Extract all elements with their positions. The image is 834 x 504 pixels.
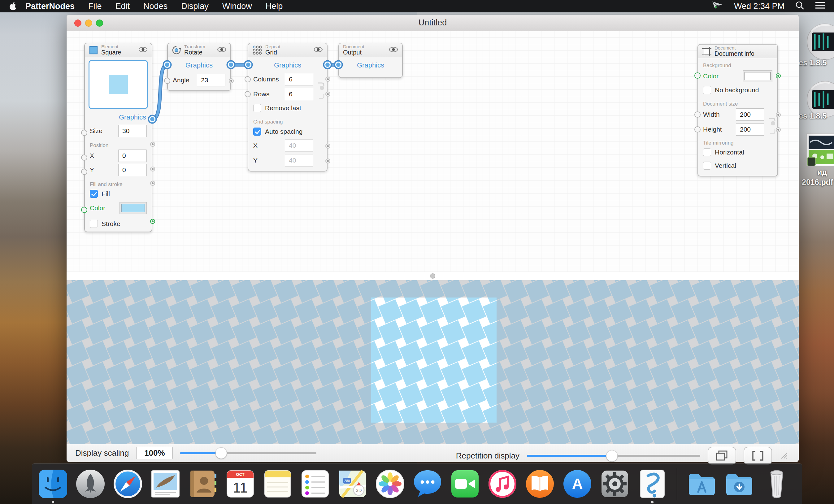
node-rotate[interactable]: TransformRotate Graphics Angle — [167, 43, 231, 91]
dock-downloads-folder-icon[interactable] — [724, 468, 755, 499]
vertical-checkbox[interactable] — [703, 161, 711, 170]
rows-input[interactable] — [285, 88, 313, 100]
y-output-port[interactable] — [151, 181, 154, 185]
menu-window[interactable]: Window — [222, 2, 252, 11]
menu-edit[interactable]: Edit — [115, 2, 130, 11]
desktop-app-label[interactable]: es 1.8.5 — [799, 58, 827, 67]
height-input[interactable] — [736, 123, 764, 136]
width-output-port[interactable] — [776, 113, 780, 117]
spotlight-icon[interactable] — [795, 1, 804, 12]
dock-patternodes-icon[interactable] — [637, 468, 668, 499]
background-color-swatch[interactable] — [743, 70, 772, 82]
dock-maps-icon[interactable]: 2803D — [337, 468, 368, 499]
dock-app-store-icon[interactable]: A — [562, 468, 593, 499]
node-square[interactable]: ElementSquare Graphics Size Position X Y… — [84, 43, 152, 232]
eye-icon[interactable] — [138, 46, 148, 54]
no-background-checkbox[interactable] — [703, 86, 711, 94]
dock-notes-icon[interactable] — [262, 468, 293, 499]
background-color-output-port[interactable] — [776, 74, 780, 78]
eye-icon[interactable] — [314, 46, 323, 54]
angle-input-port[interactable] — [164, 78, 170, 84]
display-scaling-slider[interactable] — [180, 447, 316, 459]
horizontal-checkbox[interactable] — [703, 148, 711, 156]
background-color-input-port[interactable] — [695, 72, 701, 79]
rows-input-port[interactable] — [245, 91, 251, 97]
node-grid[interactable]: RepeatGrid Graphics Columns Rows Remove … — [248, 43, 328, 172]
x-input[interactable] — [118, 150, 147, 162]
angle-output-port[interactable] — [229, 79, 233, 83]
color-input-port[interactable] — [81, 207, 87, 213]
dock-trash-icon[interactable] — [761, 468, 792, 499]
remove-last-checkbox[interactable] — [253, 104, 261, 112]
menu-nodes[interactable]: Nodes — [143, 2, 168, 11]
node-output[interactable]: DocumentOutput Graphics — [338, 43, 403, 78]
desktop-pdf-label-line2[interactable]: 2016.pdf — [802, 178, 833, 187]
desktop-pdf-label-line1[interactable]: ид — [817, 168, 827, 177]
desktop-app-icon[interactable] — [805, 22, 834, 63]
canvas-preview-divider[interactable] — [67, 272, 799, 280]
node-canvas[interactable]: ElementSquare Graphics Size Position X Y… — [67, 31, 799, 272]
dock-system-preferences-icon[interactable] — [599, 468, 630, 499]
columns-input[interactable] — [285, 73, 313, 85]
width-input[interactable] — [736, 108, 764, 121]
resize-grip[interactable] — [780, 451, 788, 460]
desktop-app-label[interactable]: es 1.8.5 — [799, 111, 827, 120]
fullscreen-button[interactable] — [744, 447, 772, 465]
dock-applications-folder-icon[interactable] — [686, 468, 717, 499]
x-input-port[interactable] — [81, 154, 87, 161]
dock-launchpad-icon[interactable] — [75, 468, 106, 499]
width-input-port[interactable] — [695, 111, 701, 118]
dock-messages-icon[interactable] — [412, 468, 443, 499]
dock-calendar-icon[interactable]: OCT11 — [225, 468, 256, 499]
x-output-port[interactable] — [151, 167, 154, 171]
link-columns-rows-icon[interactable] — [317, 81, 326, 102]
dock-reminders-icon[interactable] — [300, 468, 331, 499]
y-input[interactable] — [118, 164, 147, 176]
title-bar[interactable]: Untitled — [67, 15, 799, 31]
size-output-port[interactable] — [151, 143, 154, 146]
dock-contacts-icon[interactable] — [187, 468, 218, 499]
size-input-port[interactable] — [81, 130, 87, 136]
dock-finder-icon[interactable] — [38, 468, 68, 499]
columns-output-port[interactable] — [326, 78, 330, 81]
node-preview[interactable] — [89, 60, 148, 109]
notification-center-icon[interactable] — [815, 1, 825, 12]
dock-photos-icon[interactable] — [375, 468, 405, 499]
repetition-display-slider[interactable] — [527, 450, 700, 462]
auto-spacing-checkbox[interactable] — [253, 128, 261, 136]
dock-safari-icon[interactable] — [112, 468, 143, 499]
eye-icon[interactable] — [217, 46, 226, 54]
app-menu-title[interactable]: PatterNodes — [25, 2, 74, 11]
spacing-y-input[interactable] — [285, 154, 313, 167]
node-document-info[interactable]: DocumentDocument info Background Color N… — [698, 44, 778, 176]
apple-menu-icon[interactable] — [9, 2, 17, 11]
fill-checkbox[interactable] — [90, 190, 98, 198]
menu-help[interactable]: Help — [266, 2, 283, 11]
dock-ibooks-icon[interactable] — [524, 468, 555, 499]
display-scaling-value[interactable]: 100% — [136, 447, 173, 459]
height-input-port[interactable] — [695, 126, 701, 132]
angle-input[interactable] — [197, 74, 225, 86]
spacing-y-output-port[interactable] — [326, 159, 330, 163]
dock-mail-icon[interactable] — [150, 468, 181, 499]
size-input[interactable] — [118, 125, 147, 137]
menu-display[interactable]: Display — [181, 2, 208, 11]
dock-facetime-icon[interactable] — [449, 468, 480, 499]
spacing-x-output-port[interactable] — [326, 144, 330, 148]
eye-icon[interactable] — [389, 46, 398, 54]
patternodes-status-icon[interactable] — [712, 1, 723, 12]
stroke-checkbox[interactable] — [90, 220, 98, 228]
pattern-preview[interactable] — [67, 280, 799, 444]
menu-file[interactable]: File — [88, 2, 102, 11]
desktop-pdf-icon[interactable] — [806, 133, 834, 169]
divider-handle[interactable] — [430, 273, 435, 279]
menu-clock[interactable]: Wed 2:34 PM — [734, 2, 785, 11]
columns-input-port[interactable] — [245, 76, 251, 82]
y-input-port[interactable] — [81, 169, 87, 175]
height-output-port[interactable] — [776, 128, 780, 132]
link-width-height-icon[interactable] — [768, 116, 777, 137]
color-output-port[interactable] — [151, 219, 154, 223]
rows-output-port[interactable] — [326, 92, 330, 96]
tile-view-button[interactable] — [708, 447, 736, 465]
fill-color-swatch[interactable] — [119, 202, 147, 214]
